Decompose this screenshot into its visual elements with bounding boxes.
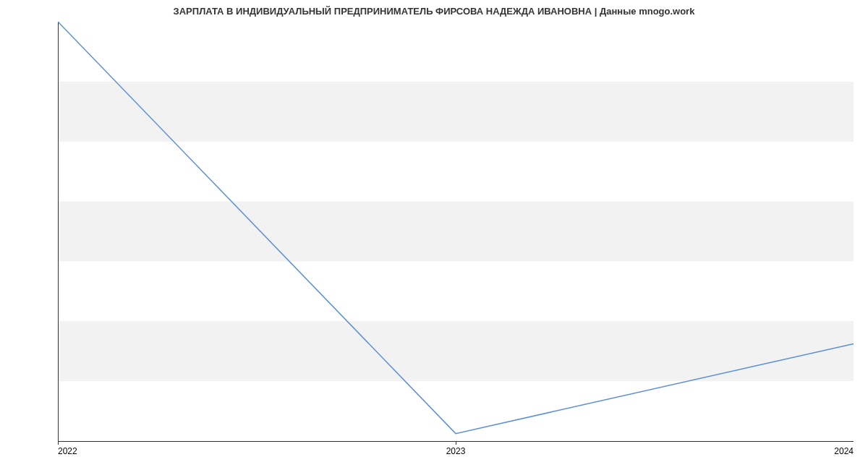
- x-tick-label: 2024: [834, 446, 854, 456]
- chart-svg: 1600018000200002200024000260002800030000…: [58, 22, 854, 456]
- grid-band: [58, 321, 854, 381]
- plot-area: 1600018000200002200024000260002800030000…: [58, 22, 854, 441]
- x-tick-label: 2022: [58, 446, 77, 456]
- grid-band: [58, 82, 854, 142]
- x-tick-label: 2023: [446, 446, 466, 456]
- grid-band: [58, 202, 854, 262]
- chart-container: ЗАРПЛАТА В ИНДИВИДУАЛЬНЫЙ ПРЕДПРИНИМАТЕЛ…: [0, 0, 868, 470]
- chart-title: ЗАРПЛАТА В ИНДИВИДУАЛЬНЫЙ ПРЕДПРИНИМАТЕЛ…: [0, 6, 868, 17]
